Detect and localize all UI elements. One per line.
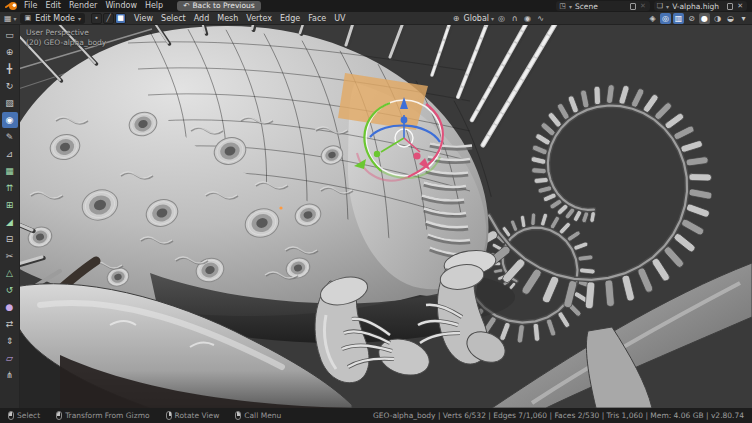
toolbar: ▭⊕╋↻▧◉✎⊿▦⇈⊞◢⊟✂△↺●⇄⇕▱⋔ [0, 25, 20, 408]
viewport-menu-select[interactable]: Select [157, 12, 190, 25]
view-perspective-label: User Perspective [26, 28, 106, 38]
chevron-down-icon: ▾ [491, 15, 494, 22]
edit-mode-icon: ▣ [24, 14, 33, 22]
topbar-menu-edit[interactable]: Edit [41, 0, 65, 12]
tool-bevel[interactable]: ◢ [2, 214, 18, 230]
tool-scale[interactable]: ▧ [2, 95, 18, 111]
tool-rip-region[interactable]: ⋔ [2, 367, 18, 383]
viewport-3d[interactable]: User Perspective (20) GEO-alpha_body [0, 25, 752, 408]
shading-material-icon[interactable]: ◑ [712, 13, 723, 24]
tool-edge-slide[interactable]: ⇄ [2, 316, 18, 332]
new-layer-icon[interactable] [727, 3, 733, 10]
new-scene-icon[interactable] [630, 3, 636, 10]
tool-select-box[interactable]: ▭ [2, 27, 18, 43]
tool-loop-cut[interactable]: ⊟ [2, 231, 18, 247]
show-gizmos-icon[interactable]: ◈ [647, 13, 658, 24]
view-layer-name[interactable]: V-alpha.high [672, 2, 724, 11]
mode-dropdown[interactable]: ▣ Edit Mode ▾ [20, 13, 85, 24]
tool-spin[interactable]: ↺ [2, 282, 18, 298]
status-hint-label: Call Menu [244, 411, 281, 420]
proportional-editing-icon[interactable]: ◉ [522, 13, 533, 24]
shading-wireframe-icon[interactable]: ⊘ [686, 13, 697, 24]
viewport-menu-face[interactable]: Face [304, 12, 330, 25]
tool-measure[interactable]: ⊿ [2, 146, 18, 162]
edge-select-mode[interactable]: ╱ [103, 13, 114, 24]
snap-magnet-icon[interactable]: ∩ [509, 13, 520, 24]
transform-orientation-icon: ⊕ [451, 13, 462, 24]
status-hint-rotate-view: Rotate View [166, 411, 220, 420]
viewport-info-overlay: User Perspective (20) GEO-alpha_body [26, 28, 106, 48]
status-hint-call-menu: Call Menu [235, 411, 281, 420]
tool-add-cube[interactable]: ▦ [2, 163, 18, 179]
status-hint-label: Rotate View [175, 411, 220, 420]
view-layer-selector[interactable]: ❏▾ V-alpha.high ✕ [654, 1, 747, 11]
tool-move[interactable]: ╋ [2, 61, 18, 77]
status-hint-label: Select [17, 411, 40, 420]
viewport-menu-vertex[interactable]: Vertex [242, 12, 276, 25]
blender-window: FileEditRenderWindowHelp ↶ Back to Previ… [0, 0, 752, 423]
status-hint-label: Transform From Gizmo [65, 411, 149, 420]
editor-type-icon[interactable]: ▦ [3, 14, 13, 23]
viewport-menu-uv[interactable]: UV [330, 12, 349, 25]
gizmo-x-handle[interactable] [413, 152, 420, 159]
statusbar: SelectTransform From GizmoRotate ViewCal… [0, 408, 752, 423]
topbar-menu-render[interactable]: Render [65, 0, 101, 12]
tool-shear[interactable]: ▱ [2, 350, 18, 366]
toggle-xray-icon[interactable]: ▥ [673, 13, 684, 24]
shading-solid-icon[interactable]: ● [699, 13, 710, 24]
shading-dropdown-icon[interactable]: ▾ [738, 13, 749, 24]
tool-shrink-fatten[interactable]: ⇕ [2, 333, 18, 349]
tool-smooth[interactable]: ● [2, 299, 18, 315]
tool-poly-build[interactable]: △ [2, 265, 18, 281]
status-hint-transform-from-gizmo: Transform From Gizmo [56, 411, 149, 420]
scene-icon: ◳ [559, 2, 566, 10]
viewport-menu-add[interactable]: Add [190, 12, 214, 25]
topbar-right: ◳▾ Scene ✕ ❏▾ V-alpha.high ✕ [556, 1, 747, 11]
scene-name[interactable]: Scene [575, 2, 627, 11]
tool-cursor[interactable]: ⊕ [2, 44, 18, 60]
topbar: FileEditRenderWindowHelp ↶ Back to Previ… [0, 0, 752, 12]
active-object-label: (20) GEO-alpha_body [26, 38, 106, 48]
pivot-point-icon[interactable]: ◎ [496, 13, 507, 24]
viewport-header: ▦▾ ▣ Edit Mode ▾ ∙╱■ ViewSelectAddMeshVe… [0, 12, 752, 25]
tool-rotate[interactable]: ↻ [2, 78, 18, 94]
face-select-mode[interactable]: ■ [115, 13, 126, 24]
tool-extrude-region[interactable]: ⇈ [2, 180, 18, 196]
selected-vertex-dot [279, 206, 282, 209]
topbar-menu-help[interactable]: Help [141, 0, 167, 12]
chevron-down-icon: ▾ [569, 3, 572, 10]
mouse-left-icon [8, 411, 14, 420]
mouse-middle-icon [166, 411, 172, 420]
chevron-down-icon: ▾ [666, 3, 669, 10]
gizmo-z-handle[interactable] [401, 117, 408, 124]
viewport-canvas[interactable] [0, 25, 752, 408]
viewport-menu-view[interactable]: View [130, 12, 157, 25]
status-hint-select: Select [8, 411, 40, 420]
view-layer-icon: ❏ [657, 2, 663, 10]
topbar-menu-file[interactable]: File [20, 0, 41, 12]
remove-layer-icon[interactable]: ✕ [736, 2, 744, 10]
shading-rendered-icon[interactable]: ◒ [725, 13, 736, 24]
topbar-menu-window[interactable]: Window [101, 0, 141, 12]
vertex-select-mode[interactable]: ∙ [91, 13, 102, 24]
show-overlays-icon[interactable]: ◎ [660, 13, 671, 24]
viewport-menu-edge[interactable]: Edge [276, 12, 304, 25]
mouse-right-icon [235, 411, 241, 420]
tool-inset-faces[interactable]: ⊞ [2, 197, 18, 213]
blender-logo-icon [5, 1, 18, 11]
orientation-dropdown[interactable]: Global [464, 14, 490, 23]
back-to-previous-button[interactable]: ↶ Back to Previous [177, 1, 261, 11]
tool-knife[interactable]: ✂ [2, 248, 18, 264]
scene-selector[interactable]: ◳▾ Scene ✕ [556, 1, 650, 11]
mesh-statistics: GEO-alpha_body | Verts 6/532 | Edges 7/1… [373, 411, 744, 420]
gizmo-y-handle[interactable] [374, 151, 380, 157]
transform-controls: ⊕ Global ▾ ◎∩◉∿ [451, 13, 547, 24]
proportional-falloff-icon[interactable]: ∿ [535, 13, 546, 24]
tool-annotate[interactable]: ✎ [2, 129, 18, 145]
tool-transform[interactable]: ◉ [2, 112, 18, 128]
mouse-left-drag-icon [56, 411, 62, 420]
viewport-menu-mesh[interactable]: Mesh [213, 12, 242, 25]
topbar-menus: FileEditRenderWindowHelp [20, 0, 167, 12]
back-icon: ↶ [183, 1, 189, 11]
chevron-down-icon: ▾ [78, 15, 81, 22]
